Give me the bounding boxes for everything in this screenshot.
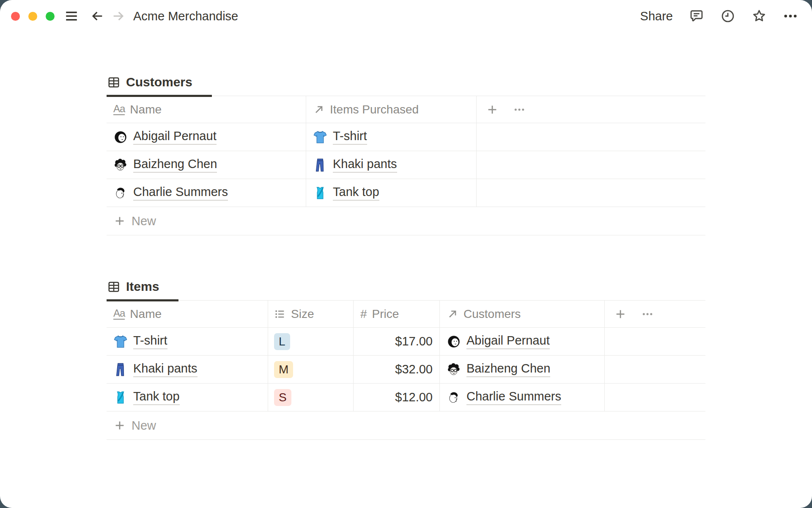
customers-cell[interactable]: Abigail Pernaut: [440, 328, 605, 356]
item-page-link[interactable]: Khaki pants: [133, 362, 198, 377]
star-icon: [752, 8, 767, 24]
column-label: Name: [130, 103, 162, 116]
name-cell[interactable]: Abigail Pernaut: [107, 123, 306, 151]
customer-page-link[interactable]: Abigail Pernaut: [133, 129, 217, 145]
items-purchased-cell[interactable]: T-shirt: [306, 123, 477, 151]
row-extra: [477, 123, 705, 151]
table-row: Tank top S $12.00 Charlie Summers: [107, 384, 705, 411]
tab-items[interactable]: Items: [107, 272, 178, 301]
column-header-size[interactable]: Size: [268, 301, 354, 328]
customers-cell[interactable]: Charlie Summers: [440, 384, 605, 411]
comment-icon: [689, 8, 704, 24]
minimize-window-button[interactable]: [28, 12, 37, 21]
customers-cell[interactable]: Baizheng Chen: [440, 356, 605, 384]
table-options-button[interactable]: [513, 103, 526, 116]
column-header-items-purchased[interactable]: Items Purchased: [306, 96, 477, 123]
price-value: $12.00: [395, 390, 433, 404]
tab-customers[interactable]: Customers: [107, 68, 212, 96]
item-page-link[interactable]: T-shirt: [133, 334, 167, 349]
price-cell[interactable]: $12.00: [354, 384, 440, 411]
table-view-icon: [107, 76, 120, 88]
tank-top-icon: [113, 390, 128, 405]
window-controls: [11, 12, 55, 21]
items-tab-row: Items: [107, 272, 705, 301]
sidebar-menu-button[interactable]: [64, 8, 79, 24]
name-cell[interactable]: Khaki pants: [107, 356, 268, 384]
item-page-link[interactable]: T-shirt: [333, 129, 367, 145]
new-row-button[interactable]: New: [107, 411, 705, 440]
plus-icon: [614, 308, 627, 320]
size-tag[interactable]: M: [274, 361, 293, 378]
khaki-pants-icon: [113, 362, 128, 377]
hamburger-icon: [64, 8, 79, 24]
table-row: T-shirt L $17.00 Abigail Pernaut: [107, 328, 705, 356]
size-cell[interactable]: S: [268, 384, 354, 411]
customers-tab-row: Customers: [107, 68, 705, 96]
item-page-link[interactable]: Khaki pants: [333, 157, 397, 173]
row-extra: [477, 151, 705, 179]
comments-button[interactable]: [689, 8, 704, 24]
customer-page-link[interactable]: Charlie Summers: [133, 185, 228, 201]
column-label: Name: [130, 307, 162, 321]
favorite-button[interactable]: [752, 8, 767, 24]
row-extra: [605, 356, 705, 384]
item-page-link[interactable]: Tank top: [333, 185, 379, 201]
items-purchased-cell[interactable]: Tank top: [306, 179, 477, 207]
relation-icon: [447, 308, 458, 320]
row-extra: [605, 384, 705, 411]
customer-page-link[interactable]: Baizheng Chen: [466, 362, 550, 377]
items-purchased-cell[interactable]: Khaki pants: [306, 151, 477, 179]
customer-page-link[interactable]: Baizheng Chen: [133, 157, 217, 173]
back-button[interactable]: [90, 9, 104, 23]
text-property-icon: Aa: [113, 308, 125, 320]
customer-page-link[interactable]: Abigail Pernaut: [466, 334, 550, 349]
price-cell[interactable]: $32.00: [354, 356, 440, 384]
items-header-extra: [605, 301, 705, 328]
name-cell[interactable]: Charlie Summers: [107, 179, 306, 207]
add-column-button[interactable]: [614, 308, 627, 320]
column-header-name[interactable]: Aa Name: [107, 96, 306, 123]
name-cell[interactable]: Baizheng Chen: [107, 151, 306, 179]
size-tag[interactable]: S: [274, 389, 291, 406]
row-extra: [605, 328, 705, 356]
tshirt-icon: [113, 334, 128, 349]
customer-page-link[interactable]: Charlie Summers: [466, 389, 561, 405]
updates-button[interactable]: [720, 8, 735, 24]
number-property-icon: #: [360, 308, 367, 320]
forward-button[interactable]: [111, 9, 126, 23]
dots-icon: [641, 308, 654, 320]
column-header-name[interactable]: Aa Name: [107, 301, 268, 328]
plus-icon: [113, 215, 126, 227]
tab-label: Customers: [126, 75, 192, 89]
zoom-window-button[interactable]: [46, 12, 55, 21]
size-cell[interactable]: M: [268, 356, 354, 384]
column-header-customers[interactable]: Customers: [440, 301, 605, 328]
text-property-icon: Aa: [113, 104, 125, 115]
item-page-link[interactable]: Tank top: [133, 389, 180, 405]
avatar-abigail-icon: [447, 334, 461, 349]
name-cell[interactable]: T-shirt: [107, 328, 268, 356]
khaki-pants-icon: [313, 158, 327, 172]
table-row: Charlie Summers Tank top: [107, 179, 705, 207]
name-cell[interactable]: Tank top: [107, 384, 268, 411]
price-value: $32.00: [395, 362, 433, 376]
table-options-button[interactable]: [641, 308, 654, 320]
share-button[interactable]: Share: [640, 9, 673, 23]
column-header-price[interactable]: # Price: [354, 301, 440, 328]
more-options-button[interactable]: [783, 8, 798, 24]
avatar-baizheng-icon: [113, 158, 128, 172]
price-cell[interactable]: $17.00: [354, 328, 440, 356]
select-property-icon: [274, 308, 286, 320]
close-window-button[interactable]: [11, 12, 20, 21]
size-cell[interactable]: L: [268, 328, 354, 356]
tshirt-icon: [313, 130, 327, 144]
tab-label: Items: [126, 279, 159, 294]
size-tag[interactable]: L: [274, 333, 290, 350]
plus-icon: [113, 419, 126, 432]
add-column-button[interactable]: [486, 103, 499, 116]
avatar-baizheng-icon: [447, 362, 461, 377]
forward-arrow-icon: [111, 9, 126, 23]
new-row-button[interactable]: New: [107, 207, 705, 235]
avatar-charlie-icon: [447, 390, 461, 405]
top-bar: Acme Merchandise Share: [0, 0, 812, 32]
